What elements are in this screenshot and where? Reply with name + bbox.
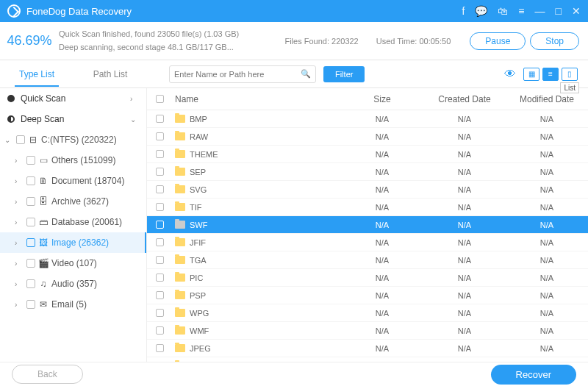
table-row[interactable]: SWFN/AN/AN/A <box>147 216 588 234</box>
table-row[interactable]: PSDN/AN/AN/A <box>147 357 588 362</box>
folder-icon <box>175 203 185 211</box>
table-row[interactable]: SEPN/AN/AN/A <box>147 163 588 181</box>
row-created: N/A <box>423 115 506 124</box>
tab-type-list[interactable]: Type List <box>0 62 74 87</box>
checkbox[interactable] <box>26 176 35 185</box>
checkbox[interactable] <box>26 218 35 226</box>
cart-icon[interactable]: 🛍 <box>498 5 508 17</box>
filter-button[interactable]: Filter <box>323 66 365 82</box>
row-created: N/A <box>423 291 506 300</box>
table-row[interactable]: PICN/AN/AN/A <box>147 269 588 287</box>
sidebar-item-audio[interactable]: ›♫Audio (357) <box>0 274 146 294</box>
table-row[interactable]: THEMEN/AN/AN/A <box>147 146 588 163</box>
pause-button[interactable]: Pause <box>470 32 526 50</box>
sidebar-item-database[interactable]: ›🗃Database (20061) <box>0 212 146 232</box>
sidebar-drive[interactable]: ⌄ ⊟ C:(NTFS) (220322) <box>0 129 146 150</box>
sidebar-deep-scan[interactable]: Deep Scan ⌄ <box>0 109 146 129</box>
table-row[interactable]: WPGN/AN/AN/A <box>147 304 588 322</box>
row-checkbox[interactable] <box>156 203 164 211</box>
dot-full-icon <box>7 95 15 102</box>
view-grid-icon[interactable]: ▦ <box>523 68 539 81</box>
table-row[interactable]: BMPN/AN/AN/A <box>147 110 588 128</box>
row-checkbox[interactable] <box>156 132 164 140</box>
search-icon[interactable]: 🔍 <box>301 69 311 79</box>
app-logo-icon <box>7 4 21 18</box>
preview-eye-icon[interactable]: 👁 <box>504 68 520 81</box>
row-checkbox[interactable] <box>156 185 164 193</box>
table-row[interactable]: TIFN/AN/AN/A <box>147 199 588 216</box>
sidebar-item-label: Video (107) <box>51 258 97 268</box>
row-checkbox[interactable] <box>156 238 164 246</box>
recover-button[interactable]: Recover <box>491 365 576 385</box>
sidebar-item-email[interactable]: ›✉Email (5) <box>0 294 146 315</box>
view-list-icon[interactable]: ≡ <box>542 68 559 81</box>
table-row[interactable]: JPEGN/AN/AN/A <box>147 340 588 357</box>
search-box[interactable]: 🔍 <box>169 65 316 83</box>
row-modified: N/A <box>506 168 588 176</box>
row-checkbox[interactable] <box>156 221 164 229</box>
category-icon: ✉ <box>38 299 49 310</box>
row-checkbox[interactable] <box>156 115 164 123</box>
col-created[interactable]: Created Date <box>423 94 506 104</box>
folder-icon <box>175 256 185 264</box>
used-time-value: 00:05:50 <box>419 37 451 46</box>
checkbox[interactable] <box>26 238 35 247</box>
table-row[interactable]: RAWN/AN/AN/A <box>147 128 588 146</box>
row-checkbox[interactable] <box>156 291 164 299</box>
share-icon[interactable]: f <box>462 5 465 17</box>
sidebar-quick-scan[interactable]: Quick Scan › <box>0 88 146 109</box>
col-modified[interactable]: Modified Date <box>506 94 588 104</box>
row-size: N/A <box>341 203 423 212</box>
minimize-icon[interactable]: — <box>535 5 545 17</box>
row-checkbox[interactable] <box>156 168 164 176</box>
back-button[interactable]: Back <box>12 365 83 384</box>
stop-button[interactable]: Stop <box>530 32 579 50</box>
row-size: N/A <box>341 221 423 229</box>
close-icon[interactable]: ✕ <box>572 5 581 17</box>
select-all-checkbox[interactable] <box>156 95 164 103</box>
sidebar-item-video[interactable]: ›🎬Video (107) <box>0 253 146 274</box>
list-tabs: Type List Path List <box>0 62 147 87</box>
sidebar-item-label: Email (5) <box>51 299 87 310</box>
app-title: FoneDog Data Recovery <box>26 6 462 17</box>
sidebar-item-document[interactable]: ›🗎Document (18704) <box>0 171 146 191</box>
col-name[interactable]: Name <box>172 94 341 104</box>
table-row[interactable]: SVGN/AN/AN/A <box>147 181 588 199</box>
checkbox[interactable] <box>26 259 35 268</box>
row-checkbox[interactable] <box>156 309 164 317</box>
row-checkbox[interactable] <box>156 326 164 335</box>
category-icon: 🗎 <box>38 176 49 186</box>
sidebar-item-others[interactable]: ›▭Others (151099) <box>0 150 146 171</box>
checkbox[interactable] <box>26 300 35 309</box>
row-checkbox[interactable] <box>156 274 164 282</box>
checkbox[interactable] <box>16 135 25 144</box>
col-size[interactable]: Size <box>341 94 423 104</box>
search-input[interactable] <box>174 70 301 79</box>
checkbox[interactable] <box>26 279 35 288</box>
row-checkbox[interactable] <box>156 150 164 158</box>
main-area: Quick Scan › Deep Scan ⌄ ⌄ ⊟ C:(NTFS) (2… <box>0 88 588 362</box>
table-row[interactable]: JFIFN/AN/AN/A <box>147 234 588 251</box>
chevron-right-icon: › <box>15 280 24 288</box>
sidebar-item-image[interactable]: ›🖼Image (26362) <box>0 232 146 253</box>
checkbox[interactable] <box>26 156 35 165</box>
checkbox[interactable] <box>26 197 35 206</box>
table-row[interactable]: PSPN/AN/AN/A <box>147 287 588 304</box>
table-row[interactable]: WMFN/AN/AN/A <box>147 322 588 340</box>
row-name: WMF <box>190 326 209 335</box>
view-detail-icon[interactable]: ▯ <box>562 68 578 81</box>
table-row[interactable]: TGAN/AN/AN/A <box>147 251 588 269</box>
maximize-icon[interactable]: □ <box>556 5 562 17</box>
chevron-right-icon: › <box>15 301 24 309</box>
menu-icon[interactable]: ≡ <box>518 5 524 17</box>
row-checkbox[interactable] <box>156 344 164 352</box>
row-checkbox[interactable] <box>156 256 164 264</box>
row-name: JFIF <box>190 238 206 247</box>
sidebar-item-label: Document (18704) <box>51 176 124 186</box>
chevron-right-icon: › <box>15 239 24 247</box>
folder-icon <box>175 291 185 299</box>
sidebar-item-label: Database (20061) <box>51 217 122 227</box>
sidebar-item-archive[interactable]: ›🗄Archive (3627) <box>0 191 146 212</box>
tab-path-list[interactable]: Path List <box>74 62 147 87</box>
feedback-icon[interactable]: 💬 <box>475 5 487 17</box>
